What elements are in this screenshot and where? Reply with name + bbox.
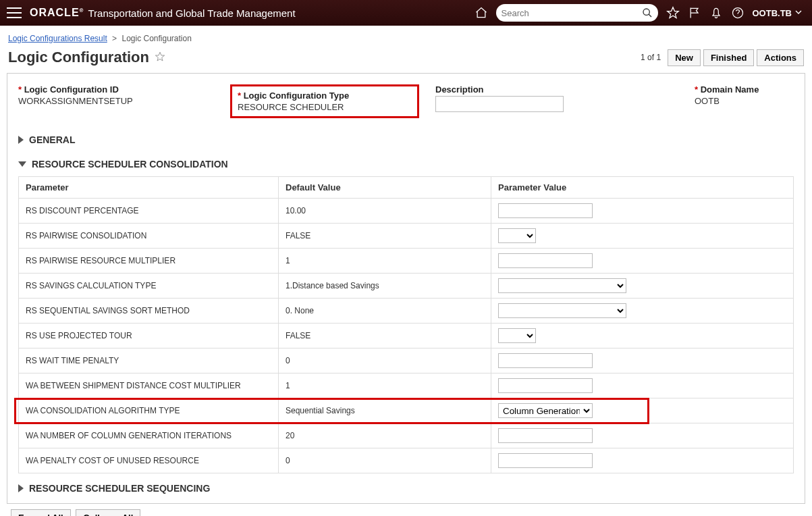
bottom-buttons: Expand All Collapse All bbox=[0, 504, 812, 516]
cell-default-value: FALSE bbox=[279, 324, 491, 349]
cell-parameter: RS PAIRWISE RESOURCE MULTIPLIER bbox=[19, 249, 279, 274]
search-icon[interactable] bbox=[642, 7, 653, 18]
table-row: RS USE PROJECTED TOURFALSE bbox=[19, 324, 794, 349]
cell-default-value: 20 bbox=[279, 423, 491, 448]
triangle-right-icon bbox=[18, 484, 24, 492]
cell-parameter-value bbox=[491, 224, 794, 249]
cell-parameter-value bbox=[491, 349, 794, 373]
cell-parameter-value bbox=[491, 448, 794, 473]
param-select[interactable] bbox=[498, 278, 626, 293]
cell-parameter: RS SEQUENTIAL SAVINGS SORT METHOD bbox=[19, 299, 279, 324]
table-row: RS DISCOUNT PERCENTAGE10.00 bbox=[19, 199, 794, 224]
svg-marker-4 bbox=[155, 52, 164, 61]
section-sequencing-header[interactable]: RESOURCE SCHEDULER SEQUENCING bbox=[18, 479, 794, 498]
triangle-down-icon bbox=[18, 161, 26, 167]
field-description: Description bbox=[435, 84, 678, 112]
cell-parameter-value bbox=[491, 373, 794, 398]
section-general: GENERAL bbox=[18, 130, 794, 149]
cell-parameter-value bbox=[491, 324, 794, 349]
param-text-input[interactable] bbox=[498, 378, 593, 393]
label-logic-config-id: Logic Configuration ID bbox=[18, 84, 214, 95]
page-header: Logic Configuration 1 of 1 New Finished … bbox=[0, 46, 812, 73]
main-panel: Logic Configuration ID WORKASSIGNMENTSET… bbox=[7, 73, 805, 504]
param-select[interactable] bbox=[498, 228, 536, 243]
section-general-title: GENERAL bbox=[29, 134, 75, 145]
breadcrumb-current: Logic Configuration bbox=[121, 34, 191, 43]
param-select[interactable] bbox=[498, 303, 626, 318]
table-row: WA NUMBER OF COLUMN GENERATION ITERATION… bbox=[19, 423, 794, 448]
search-input[interactable] bbox=[502, 8, 642, 18]
cell-default-value: 10.00 bbox=[279, 199, 491, 224]
home-icon[interactable] bbox=[473, 5, 489, 21]
cell-parameter-value bbox=[491, 423, 794, 448]
param-select[interactable] bbox=[498, 328, 536, 343]
param-text-input[interactable] bbox=[498, 353, 593, 368]
section-consolidation: RESOURCE SCHEDULER CONSOLIDATION Paramet… bbox=[18, 155, 794, 473]
table-row: WA BETWEEN SHIPMENT DISTANCE COST MULTIP… bbox=[19, 373, 794, 398]
field-domain-name: Domain Name OOTB bbox=[695, 84, 809, 106]
table-row: RS SAVINGS CALCULATION TYPE1.Distance ba… bbox=[19, 274, 794, 299]
new-button[interactable]: New bbox=[668, 49, 701, 66]
table-row: RS PAIRWISE RESOURCE MULTIPLIER1 bbox=[19, 249, 794, 274]
user-label[interactable]: OOTB.TB bbox=[753, 8, 792, 18]
svg-line-1 bbox=[649, 14, 651, 17]
table-row: WA CONSOLIDATION ALGORITHM TYPESequentia… bbox=[19, 398, 794, 423]
cell-parameter: RS PAIRWISE CONSOLIDATION bbox=[19, 224, 279, 249]
section-consolidation-title: RESOURCE SCHEDULER CONSOLIDATION bbox=[32, 159, 228, 170]
field-logic-config-type: Logic Configuration Type RESOURCE SCHEDU… bbox=[230, 84, 419, 118]
value-domain-name: OOTB bbox=[695, 96, 809, 106]
table-row: RS WAIT TIME PENALTY0 bbox=[19, 349, 794, 373]
svg-point-0 bbox=[643, 9, 649, 15]
expand-all-button[interactable]: Expand All bbox=[11, 509, 71, 516]
input-description[interactable] bbox=[435, 96, 564, 112]
param-text-input[interactable] bbox=[498, 253, 593, 268]
bell-icon[interactable] bbox=[708, 5, 724, 21]
param-text-input[interactable] bbox=[498, 453, 593, 468]
breadcrumb-sep: > bbox=[112, 34, 117, 43]
collapse-all-button[interactable]: Collapse All bbox=[76, 509, 140, 516]
th-parameter: Parameter bbox=[19, 177, 279, 199]
user-menu-chevron-icon[interactable] bbox=[793, 7, 805, 19]
product-name: Transportation and Global Trade Manageme… bbox=[88, 7, 295, 19]
label-description: Description bbox=[435, 84, 678, 95]
cell-parameter-value bbox=[491, 274, 794, 299]
menu-icon[interactable] bbox=[7, 5, 22, 20]
table-row: RS SEQUENTIAL SAVINGS SORT METHOD0. None bbox=[19, 299, 794, 324]
cell-default-value: 1.Distance based Savings bbox=[279, 274, 491, 299]
cell-parameter: RS WAIT TIME PENALTY bbox=[19, 349, 279, 373]
star-icon[interactable] bbox=[665, 5, 681, 21]
cell-parameter-value bbox=[491, 299, 794, 324]
param-text-input[interactable] bbox=[498, 203, 593, 218]
params-table: Parameter Default Value Parameter Value … bbox=[18, 176, 794, 473]
search-input-wrap bbox=[496, 4, 658, 22]
actions-button[interactable]: Actions bbox=[757, 49, 804, 66]
cell-parameter: RS USE PROJECTED TOUR bbox=[19, 324, 279, 349]
svg-marker-2 bbox=[667, 7, 678, 18]
th-default-value: Default Value bbox=[279, 177, 491, 199]
cell-default-value: 0. None bbox=[279, 299, 491, 324]
breadcrumb-parent-link[interactable]: Logic Configurations Result bbox=[8, 34, 107, 43]
cell-default-value: 1 bbox=[279, 373, 491, 398]
help-icon[interactable] bbox=[730, 5, 746, 21]
cell-parameter: WA NUMBER OF COLUMN GENERATION ITERATION… bbox=[19, 423, 279, 448]
cell-default-value: Sequential Savings bbox=[279, 398, 491, 423]
favorite-star-icon[interactable] bbox=[155, 51, 165, 64]
param-text-input[interactable] bbox=[498, 428, 593, 443]
triangle-right-icon bbox=[18, 136, 24, 144]
flag-icon[interactable] bbox=[686, 5, 703, 21]
cell-default-value: 1 bbox=[279, 249, 491, 274]
label-logic-config-type: Logic Configuration Type bbox=[238, 91, 412, 101]
table-row: RS PAIRWISE CONSOLIDATIONFALSE bbox=[19, 224, 794, 249]
label-domain-name: Domain Name bbox=[695, 84, 809, 95]
section-general-header[interactable]: GENERAL bbox=[18, 130, 794, 149]
cell-default-value: 0 bbox=[279, 448, 491, 473]
param-select[interactable]: Column Generation bbox=[498, 403, 593, 418]
field-logic-config-id: Logic Configuration ID WORKASSIGNMENTSET… bbox=[18, 84, 214, 106]
th-parameter-value: Parameter Value bbox=[491, 177, 794, 199]
breadcrumb: Logic Configurations Result > Logic Conf… bbox=[0, 26, 812, 46]
finished-button[interactable]: Finished bbox=[703, 49, 754, 66]
cell-default-value: 0 bbox=[279, 349, 491, 373]
section-consolidation-header[interactable]: RESOURCE SCHEDULER CONSOLIDATION bbox=[18, 155, 794, 174]
cell-parameter: RS DISCOUNT PERCENTAGE bbox=[19, 199, 279, 224]
cell-parameter-value: Column Generation bbox=[491, 398, 794, 423]
